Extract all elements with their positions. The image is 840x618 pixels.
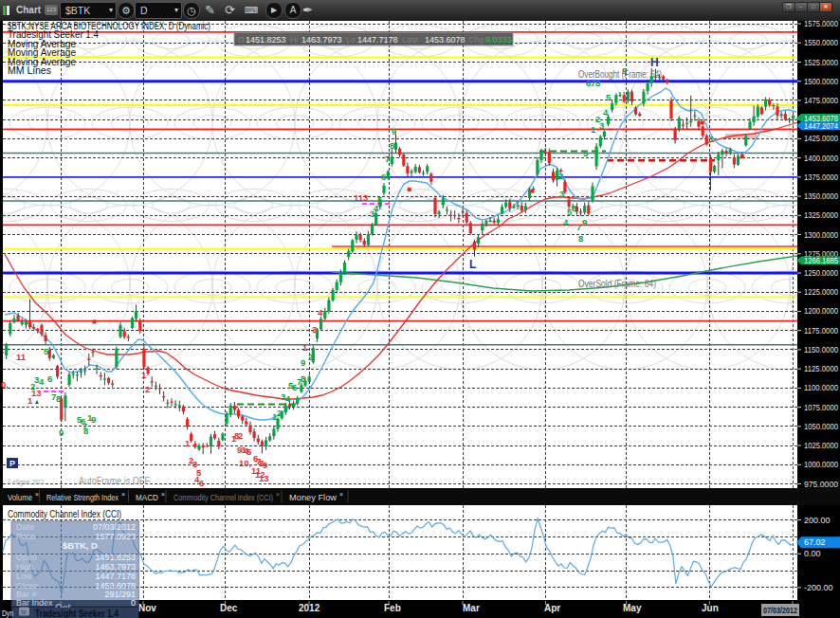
svg-text:1300.0000: 1300.0000 [804, 230, 838, 240]
svg-text:1: 1 [185, 438, 191, 448]
svg-text:975.0000: 975.0000 [804, 480, 838, 489]
svg-text:1447.2074: 1447.2074 [804, 121, 838, 131]
svg-text:13: 13 [259, 473, 269, 483]
svg-text:3: 3 [312, 324, 317, 335]
svg-text:6: 6 [47, 373, 52, 384]
svg-text:6: 6 [381, 172, 386, 182]
svg-text:1075.0000: 1075.0000 [804, 403, 838, 412]
svg-text:07/03/2012: 07/03/2012 [93, 522, 136, 532]
svg-text:1451.8253: 1451.8253 [95, 553, 136, 562]
svg-text:3: 3 [599, 120, 604, 131]
svg-text:4: 4 [603, 107, 609, 118]
svg-text:1250.0000: 1250.0000 [804, 268, 838, 278]
svg-text:×: × [161, 491, 165, 498]
svg-text:Low: Low [16, 572, 32, 581]
svg-text:6: 6 [572, 203, 576, 213]
svg-text:6: 6 [199, 478, 204, 488]
svg-text:67.02: 67.02 [804, 537, 826, 547]
svg-text:1475.0000: 1475.0000 [804, 96, 838, 105]
svg-text:10,: 10, [239, 458, 251, 468]
svg-text:Bar Index: Bar Index [16, 598, 53, 608]
svg-text:Nov: Nov [138, 603, 156, 613]
svg-text:te: te [21, 609, 27, 615]
svg-text:-200.00: -200.00 [804, 583, 833, 592]
svg-text:1100.0000: 1100.0000 [804, 383, 838, 392]
svg-text:1: 1 [709, 134, 715, 144]
svg-text:Price: Price [16, 532, 36, 541]
svg-text:1225.0000: 1225.0000 [804, 287, 838, 297]
svg-text:×: × [276, 491, 280, 498]
svg-text:1525.0000: 1525.0000 [804, 58, 838, 67]
svg-text:8: 8 [578, 233, 583, 244]
svg-text:4: 4 [318, 307, 323, 318]
svg-text:1463.7973: 1463.7973 [301, 35, 342, 45]
svg-text:2: 2 [308, 352, 313, 362]
svg-text:1453.6078: 1453.6078 [425, 35, 466, 45]
svg-text:113: 113 [354, 192, 368, 203]
svg-text:1050.0000: 1050.0000 [804, 422, 838, 431]
svg-text:2: 2 [238, 430, 243, 441]
svg-text:1425.0000: 1425.0000 [804, 134, 838, 143]
svg-text:1550.0000: 1550.0000 [804, 38, 838, 47]
svg-text:Lo: Lo [346, 35, 356, 45]
svg-text:Commodity Channel Index (CCI): Commodity Channel Index (CCI) [173, 492, 273, 502]
svg-text:$BTK, D: $BTK, D [63, 540, 98, 551]
svg-text:×: × [339, 491, 343, 498]
svg-text:Open: Open [16, 553, 37, 562]
svg-text:OverSold (Frame: 64): OverSold (Frame: 64) [578, 278, 656, 289]
svg-text:1000.0000: 1000.0000 [804, 460, 838, 469]
svg-text:×: × [35, 491, 39, 498]
svg-text:Jun: Jun [702, 603, 719, 613]
svg-text:0: 0 [131, 598, 136, 608]
svg-text:High: High [16, 562, 34, 572]
svg-text:200.00: 200.00 [804, 516, 831, 525]
svg-text:8: 8 [390, 140, 394, 151]
svg-text:O: O [238, 35, 245, 45]
svg-text:11: 11 [16, 352, 27, 362]
svg-text:7: 7 [576, 222, 581, 232]
svg-text:Apr: Apr [544, 603, 560, 613]
svg-text:L: L [469, 258, 476, 271]
svg-text:9: 9 [91, 414, 96, 425]
svg-text:2: 2 [558, 171, 563, 181]
svg-text:0,: 0, [1, 379, 9, 390]
svg-text:8: 8 [83, 426, 88, 436]
svg-text:8: 8 [301, 373, 305, 384]
svg-text:5: 5 [44, 346, 49, 356]
svg-text:5: 5 [583, 148, 589, 158]
svg-text:1451.8253: 1451.8253 [246, 35, 286, 45]
svg-text:1150.0000: 1150.0000 [804, 345, 838, 354]
svg-text:Last: Last [402, 35, 419, 45]
svg-text:4: 4 [285, 393, 291, 404]
svg-text:9: 9 [59, 427, 64, 438]
svg-text:1: 1 [27, 395, 33, 406]
svg-text:Relative Strength Index: Relative Strength Index [46, 492, 119, 502]
svg-text:2: 2 [145, 384, 150, 394]
svg-text:1266.1885: 1266.1885 [804, 256, 838, 265]
svg-text:MM Lines: MM Lines [8, 65, 51, 76]
svg-text:1447.7178: 1447.7178 [95, 572, 136, 581]
svg-text:1350.0000: 1350.0000 [804, 191, 838, 201]
svg-text:H: H [650, 56, 659, 69]
svg-text:1025.0000: 1025.0000 [804, 441, 838, 450]
svg-text:9: 9 [392, 126, 396, 136]
svg-text:4: 4 [39, 376, 45, 387]
svg-text:×: × [121, 491, 125, 498]
svg-text:MACD: MACD [136, 492, 158, 502]
svg-text:5: 5 [247, 446, 252, 457]
svg-text:1200.0000: 1200.0000 [804, 306, 838, 316]
svg-text:1: 1 [591, 124, 596, 135]
svg-text:May: May [623, 603, 642, 613]
svg-text:AutoFrame is OFF: AutoFrame is OFF [79, 476, 150, 486]
svg-text:1575.0000: 1575.0000 [804, 21, 838, 28]
svg-text:Dec: Dec [220, 603, 238, 613]
svg-text:3: 3 [559, 189, 564, 199]
svg-text:9: 9 [301, 357, 305, 368]
svg-text:4: 4 [563, 217, 569, 227]
svg-text:Volume: Volume [8, 492, 32, 502]
svg-text:1125.0000: 1125.0000 [804, 364, 838, 373]
svg-text:5: 5 [606, 92, 612, 102]
svg-text:Hi: Hi [290, 35, 299, 45]
svg-text:Chg: Chg [468, 35, 484, 45]
svg-text:1577.0923: 1577.0923 [95, 532, 136, 541]
